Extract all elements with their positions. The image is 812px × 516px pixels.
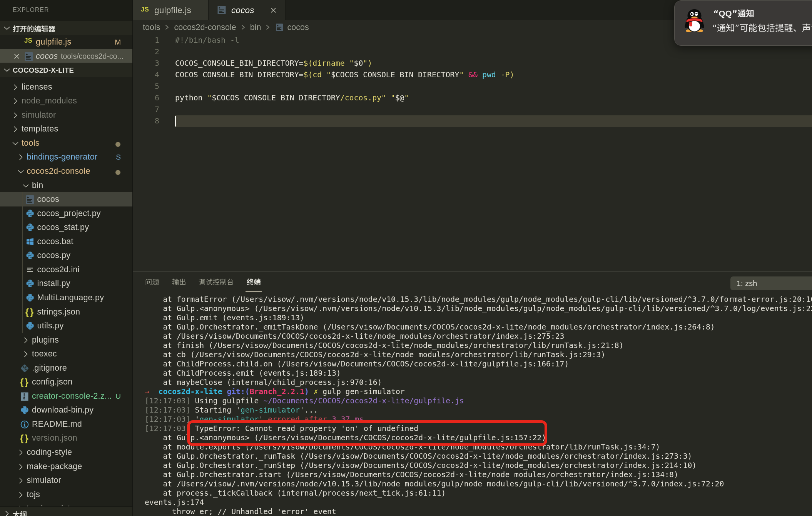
tree-item-label: licenses xyxy=(22,82,52,92)
terminal-token: events.js:174 xyxy=(145,498,204,507)
terminal-line: at Gulp.Orchestrator.start (/Users/visow… xyxy=(145,470,812,479)
tree-item-cocosstat.py[interactable]: cocos_stat.py xyxy=(0,220,132,235)
chevron-right-icon xyxy=(17,491,25,499)
tree-item-label: .gitignore xyxy=(32,363,67,373)
tree-item-label: config.json xyxy=(32,377,73,387)
qq-notification[interactable] xyxy=(674,0,812,46)
tree-item-cocos2d.ini[interactable]: cocos2d.ini xyxy=(0,263,132,277)
open-editors-section-header[interactable] xyxy=(0,21,132,35)
explorer-header: EXPLORER xyxy=(0,0,132,21)
tree-item-multilanguage.py[interactable]: MultiLanguage.py xyxy=(0,291,132,305)
tree-item-label: toexec xyxy=(32,349,57,359)
tree-item-strings.json[interactable]: {}strings.json xyxy=(0,305,132,319)
terminal-output[interactable]: at formatError (/Users/visow/.nvm/versio… xyxy=(133,295,812,516)
line-number: 3 xyxy=(133,58,159,69)
editor-tab-cocos[interactable]: cocos xyxy=(209,0,286,20)
tree-item-toexec[interactable]: toexec xyxy=(0,347,132,361)
tree-item-label: version.json xyxy=(32,433,77,443)
terminal-line: throw er; // Unhandled 'error' event xyxy=(145,507,812,516)
tree-item-install.py[interactable]: install.py xyxy=(0,276,132,291)
terminal-line: [12:17:03] Using gulpfile ~/Documents/CO… xyxy=(145,396,812,406)
tree-item-label: install.py xyxy=(37,278,70,289)
tree-item-label: bindings-generator xyxy=(27,152,98,162)
close-icon[interactable] xyxy=(13,53,20,60)
qq-penguin-icon xyxy=(685,9,704,33)
terminal-token: Starting ' xyxy=(190,406,241,414)
json-file-icon: {} xyxy=(25,307,35,318)
tree-item-label: cocos.py xyxy=(37,250,71,261)
tree-item-cocos2d-console[interactable]: cocos2d-console xyxy=(0,164,132,178)
tree-item-utils.py[interactable]: utils.py xyxy=(0,319,132,333)
tree-item-templates[interactable]: templates xyxy=(0,122,132,136)
tree-item-label: simulator xyxy=(22,110,56,120)
tree-item-nodemodules[interactable]: node_modules xyxy=(0,94,132,108)
code-token: pwd xyxy=(482,70,496,79)
tree-item-cocos[interactable]: cocos xyxy=(0,192,132,206)
notification-body xyxy=(712,22,812,35)
open-editor-filename: gulpfile.js xyxy=(36,37,71,47)
outline-section-header[interactable] xyxy=(0,506,132,516)
breadcrumb-item[interactable]: bin xyxy=(250,23,261,32)
terminal-token: at Gulp.Orchestrator.start (/Users/visow… xyxy=(145,470,678,479)
breadcrumb-item[interactable]: cocos2d-console xyxy=(174,23,236,32)
tree-item-label: cocos xyxy=(37,194,59,205)
terminal-select[interactable]: 1: zsh xyxy=(730,276,812,290)
chevron-right-icon xyxy=(12,83,19,91)
line-number: 8 xyxy=(133,115,159,127)
terminal-token: [12:17:03] xyxy=(145,396,190,405)
tree-item-bindings-generator[interactable]: bindings-generatorS xyxy=(0,150,132,164)
chevron-right-icon xyxy=(3,510,11,516)
project-section-header[interactable]: COCOS2D-X-LITE xyxy=(0,63,132,77)
close-icon[interactable] xyxy=(270,7,277,14)
tree-item-config.json[interactable]: {}config.json xyxy=(0,375,132,389)
code-token: ") xyxy=(363,59,372,68)
terminal-token xyxy=(149,387,159,396)
tree-item-download-bin.py[interactable]: download-bin.py xyxy=(0,403,132,417)
chevron-right-icon xyxy=(22,350,30,358)
panel-tab-item[interactable] xyxy=(172,271,187,293)
code-token: -P) xyxy=(501,70,515,79)
git-modified-dot-badge xyxy=(115,170,120,175)
code-token: $COCOS_CONSOLE_BIN_DIRECTORY xyxy=(212,93,340,102)
code-text: COCOS_CONSOLE_BIN_DIRECTORY=$(dirname "$… xyxy=(175,58,372,69)
tree-item-tojs[interactable]: tojs xyxy=(0,488,132,502)
tree-item-plugins[interactable]: plugins xyxy=(0,333,132,347)
code-line-3: 3COCOS_CONSOLE_BIN_DIRECTORY=$(dirname "… xyxy=(133,58,812,69)
terminal-line: at cb (/Users/visow/Documents/COCOS/coco… xyxy=(145,350,812,360)
panel-tab-item[interactable] xyxy=(199,271,235,293)
readme-info-icon xyxy=(20,419,29,430)
open-editors-label xyxy=(13,24,56,35)
tree-item-simulator[interactable]: simulator xyxy=(0,473,132,488)
code-token: $0 xyxy=(354,59,363,68)
editor-tab-gulpfile.js[interactable]: JSgulpfile.js xyxy=(133,0,209,20)
tree-item-.gitignore[interactable]: .gitignore xyxy=(0,361,132,375)
open-editor-item[interactable]: JSgulpfile.jsM xyxy=(0,35,132,49)
panel-tab-terminal-active[interactable] xyxy=(247,271,262,293)
tree-item-creator-console-2.z...[interactable]: creator-console-2.z...U xyxy=(0,389,132,403)
tree-item-licenses[interactable]: licenses xyxy=(0,80,132,94)
chevron-right-icon xyxy=(17,449,25,456)
open-editor-item[interactable]: cocostools/cocos2d-co... xyxy=(0,49,132,63)
tree-item-cocos.bat[interactable]: cocos.bat xyxy=(0,235,132,249)
breadcrumb-item[interactable]: tools xyxy=(143,23,160,32)
windows-file-icon xyxy=(25,236,35,247)
panel-tab-item[interactable] xyxy=(145,271,160,293)
tree-item-cocosproject.py[interactable]: cocos_project.py xyxy=(0,206,132,221)
code-editor[interactable]: 1#!/bin/bash -l23COCOS_CONSOLE_BIN_DIREC… xyxy=(133,35,812,271)
terminal-line: at maybeClose (internal/child_process.js… xyxy=(145,378,812,387)
outline-label xyxy=(13,510,28,516)
terminal-line: events.js:174 xyxy=(145,498,812,507)
tree-item-bin[interactable]: bin xyxy=(0,178,132,193)
tree-item-make-package[interactable]: make-package xyxy=(0,459,132,474)
tree-item-version.json[interactable]: {}version.json xyxy=(0,431,132,445)
tree-item-simulator[interactable]: simulator xyxy=(0,108,132,122)
tree-item-coding-style[interactable]: coding-style xyxy=(0,445,132,459)
tree-item-readme.md[interactable]: README.md xyxy=(0,417,132,431)
document-file-icon xyxy=(25,194,35,205)
tree-item-tools[interactable]: tools xyxy=(0,136,132,150)
tree-indent-guide xyxy=(22,192,23,333)
terminal-token: at Gulp.Orchestrator._runStep (/Users/vi… xyxy=(145,461,697,470)
terminal-token: at cb (/Users/visow/Documents/COCOS/coco… xyxy=(145,350,605,359)
tree-item-cocos.py[interactable]: cocos.py xyxy=(0,248,132,263)
breadcrumb-item[interactable]: cocos xyxy=(287,23,309,32)
